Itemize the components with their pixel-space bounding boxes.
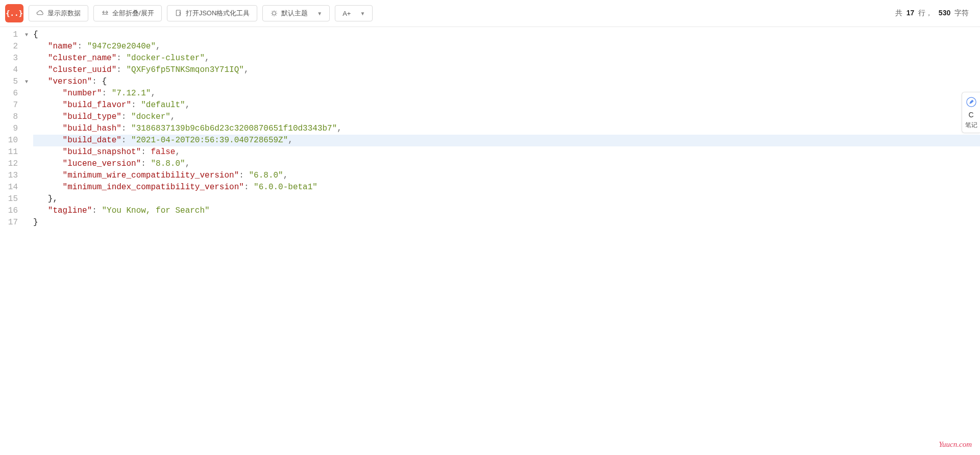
code-line[interactable]: "lucene_version": "8.8.0",: [33, 158, 980, 170]
fold-marker: [23, 41, 30, 53]
code-area[interactable]: { "name": "947c29e2040e", "cluster_name"…: [30, 27, 980, 231]
theme-icon: [270, 9, 278, 17]
theme-label: 默认主题: [281, 9, 308, 18]
fold-marker: [23, 146, 30, 158]
line-number: 11: [0, 146, 23, 158]
fold-marker[interactable]: ▼: [23, 76, 30, 88]
watermark: Yuucn.com: [939, 440, 972, 449]
line-number: 12: [0, 158, 23, 170]
fold-marker: [23, 158, 30, 170]
line-number: 9: [0, 123, 23, 135]
line-number: 8: [0, 111, 23, 123]
svg-point-1: [273, 12, 276, 15]
code-line[interactable]: "build_flavor": "default",: [33, 99, 980, 111]
code-line[interactable]: },: [33, 193, 980, 205]
code-line[interactable]: "cluster_name": "docker-cluster",: [33, 53, 980, 64]
line-number: 16: [0, 205, 23, 217]
code-line[interactable]: "build_hash": "3186837139b9c6b6d23c32008…: [33, 123, 980, 135]
line-number: 4: [0, 64, 23, 76]
toolbar: {..} 显示原数据 全部折叠/展开 打开JSON格式化工具 默认主题 ▼ A+…: [0, 0, 980, 27]
fold-marker: [23, 182, 30, 193]
fold-marker: [23, 111, 30, 123]
json-editor[interactable]: 1234567891011121314151617 ▼▼ { "name": "…: [0, 27, 980, 231]
fold-marker: [23, 99, 30, 111]
line-number: 2: [0, 41, 23, 53]
theme-dropdown[interactable]: 默认主题 ▼: [262, 5, 330, 21]
line-number: 10: [0, 135, 23, 146]
logo-text: {..}: [6, 9, 23, 17]
collapse-icon: [101, 9, 109, 17]
fold-marker: [23, 88, 30, 99]
fold-marker: [23, 193, 30, 205]
code-line[interactable]: "version": {: [33, 76, 980, 88]
fold-expand-button[interactable]: 全部折叠/展开: [93, 5, 162, 21]
line-number: 1: [0, 29, 23, 41]
fold-marker: [23, 53, 30, 64]
svg-rect-0: [176, 10, 180, 16]
fold-marker: [23, 123, 30, 135]
chevron-down-icon: ▼: [360, 11, 365, 16]
line-number: 15: [0, 193, 23, 205]
code-line[interactable]: "name": "947c29e2040e",: [33, 41, 980, 53]
open-json-tool-label: 打开JSON格式化工具: [186, 9, 250, 18]
edit-doc-icon: [175, 9, 183, 17]
fold-column: ▼▼: [23, 27, 30, 231]
side-c-label: C: [968, 111, 973, 119]
line-number: 14: [0, 182, 23, 193]
side-note-label: 笔记: [965, 122, 977, 129]
code-line[interactable]: "number": "7.12.1",: [33, 88, 980, 99]
line-number: 3: [0, 53, 23, 64]
side-notes-widget[interactable]: C 笔记: [962, 92, 980, 133]
line-gutter: 1234567891011121314151617: [0, 27, 23, 231]
code-line[interactable]: "build_date": "2021-04-20T20:56:39.04072…: [33, 135, 980, 146]
font-size-dropdown[interactable]: A+ ▼: [335, 5, 373, 21]
code-line[interactable]: "tagline": "You Know, for Search": [33, 205, 980, 217]
line-number: 7: [0, 99, 23, 111]
code-line[interactable]: }: [33, 217, 980, 229]
line-number: 5: [0, 76, 23, 88]
fold-marker: [23, 135, 30, 146]
show-raw-button[interactable]: 显示原数据: [29, 5, 88, 21]
fold-marker: [23, 170, 30, 182]
line-number: 17: [0, 217, 23, 229]
line-number: 6: [0, 88, 23, 99]
code-line[interactable]: {: [33, 29, 980, 41]
code-line[interactable]: "minimum_index_compatibility_version": "…: [33, 182, 980, 193]
code-line[interactable]: "build_snapshot": false,: [33, 146, 980, 158]
cloud-icon: [36, 9, 44, 17]
code-line[interactable]: "build_type": "docker",: [33, 111, 980, 123]
code-line[interactable]: "minimum_wire_compatibility_version": "6…: [33, 170, 980, 182]
app-logo: {..}: [5, 4, 23, 22]
stats-text: 共 17 行， 530 字符: [895, 9, 975, 18]
pen-icon: [966, 96, 977, 108]
fold-expand-label: 全部折叠/展开: [112, 9, 154, 18]
fold-marker: [23, 217, 30, 229]
code-line[interactable]: "cluster_uuid": "QXFy6fp5TNKSmqon3Y71IQ"…: [33, 64, 980, 76]
open-json-tool-button[interactable]: 打开JSON格式化工具: [167, 5, 258, 21]
chevron-down-icon: ▼: [317, 11, 322, 16]
line-number: 13: [0, 170, 23, 182]
show-raw-label: 显示原数据: [47, 9, 81, 18]
font-size-label: A+: [342, 10, 351, 17]
fold-marker[interactable]: ▼: [23, 29, 30, 41]
fold-marker: [23, 64, 30, 76]
fold-marker: [23, 205, 30, 217]
